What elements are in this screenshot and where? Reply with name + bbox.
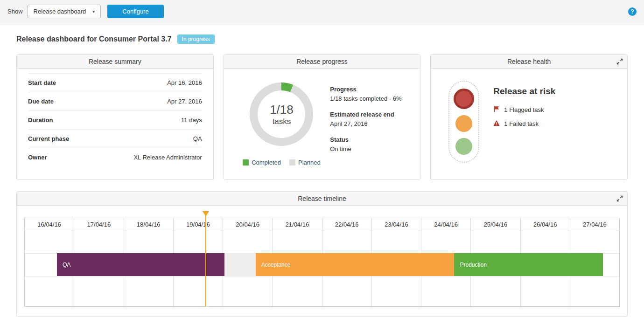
progress-heading: Progress — [330, 85, 411, 94]
show-label: Show — [7, 8, 23, 15]
summary-row-owner: Owner XL Release Administrator — [28, 148, 202, 166]
view-selector-value: Release dashboard — [34, 8, 86, 15]
page-title-row: Release dashboard for Consumer Portal 3.… — [16, 34, 628, 44]
donut-legend: Completed Planned — [243, 159, 321, 166]
timeline-grid: 16/04/1617/04/1618/04/1619/04/1620/04/16… — [24, 218, 620, 307]
timeline-date-cell: 17/04/16 — [74, 218, 124, 231]
timeline-phase-bar-production[interactable]: Production — [454, 253, 603, 276]
summary-value: QA — [193, 135, 202, 142]
timeline-bars: QAAcceptanceProduction — [25, 253, 619, 276]
release-health-card: Release health Release at risk — [430, 54, 628, 180]
estimate-heading: Estimated release end — [330, 110, 411, 119]
summary-label: Owner — [28, 154, 47, 161]
progress-text-column: Progress 1/18 tasks completed - 6% Estim… — [330, 77, 411, 175]
summary-value: 11 days — [181, 117, 202, 124]
timeline-marker-pin-icon — [203, 211, 209, 216]
traffic-light-green — [455, 138, 472, 155]
summary-label: Duration — [28, 117, 53, 124]
progress-section-status: Status On time — [330, 136, 411, 153]
traffic-light — [448, 81, 479, 163]
summary-label: Start date — [28, 79, 56, 86]
summary-row-start-date: Start date Apr 16, 2016 — [28, 73, 202, 92]
summary-value: Apr 27, 2016 — [167, 98, 202, 105]
timeline-phase-label: Production — [454, 262, 486, 268]
summary-row-duration: Duration 11 days — [28, 110, 202, 129]
timeline-date-cell: 23/04/16 — [372, 218, 421, 231]
legend-label-completed: Completed — [252, 159, 281, 166]
cards-row: Release summary Start date Apr 16, 2016 … — [16, 54, 628, 180]
timeline-date-cell: 25/04/16 — [471, 218, 520, 231]
top-toolbar: Show Release dashboard ▾ Configure ? — [0, 0, 644, 23]
expand-icon[interactable] — [616, 58, 623, 65]
release-timeline-title: Release timeline — [298, 195, 346, 202]
timeline-phase-label: Acceptance — [256, 262, 291, 268]
summary-value: Apr 16, 2016 — [167, 79, 202, 86]
summary-label: Due date — [28, 98, 54, 105]
status-text: On time — [330, 145, 411, 153]
status-badge: In progress — [177, 34, 215, 44]
timeline-date-cell: 21/04/16 — [273, 218, 322, 231]
progress-section-estimate: Estimated release end April 27, 2016 — [330, 110, 411, 128]
timeline-phase-gap[interactable] — [224, 253, 256, 276]
timeline-phase-label: QA — [57, 262, 70, 268]
warning-icon — [493, 120, 500, 128]
donut-column: 1/18 tasks Completed Planned — [233, 77, 330, 175]
summary-value: XL Release Administrator — [133, 154, 202, 161]
release-timeline-card: Release timeline 16/04/1617/04/1618/04/1… — [16, 191, 628, 317]
release-health-title: Release health — [507, 58, 551, 65]
release-summary-body: Start date Apr 16, 2016 Due date Apr 27,… — [17, 69, 213, 179]
view-selector-dropdown[interactable]: Release dashboard ▾ — [28, 5, 101, 18]
estimate-text: April 27, 2016 — [330, 120, 411, 128]
legend-item-planned: Planned — [289, 159, 321, 166]
release-progress-body: 1/18 tasks Completed Planned — [224, 69, 420, 179]
failed-task-label: 1 Failed task — [504, 120, 539, 127]
flagged-task-label: 1 Flagged task — [504, 106, 544, 113]
timeline-date-cell: 16/04/16 — [25, 218, 74, 231]
legend-item-completed: Completed — [243, 159, 281, 166]
summary-row-due-date: Due date Apr 27, 2016 — [28, 92, 202, 110]
release-summary-card: Release summary Start date Apr 16, 2016 … — [16, 54, 214, 180]
legend-swatch-completed — [243, 159, 249, 166]
traffic-light-red — [454, 89, 474, 109]
release-health-header: Release health — [431, 55, 627, 69]
timeline-phase-bar-acceptance[interactable]: Acceptance — [256, 253, 455, 276]
summary-label: Current phase — [28, 135, 69, 142]
release-summary-header: Release summary — [17, 55, 213, 69]
release-timeline-body: 16/04/1617/04/1618/04/1619/04/1620/04/16… — [17, 206, 627, 317]
chevron-down-icon: ▾ — [92, 9, 95, 14]
status-heading: Status — [330, 136, 411, 144]
donut-unit: tasks — [273, 117, 291, 126]
help-icon[interactable]: ? — [628, 7, 637, 16]
donut-value: 1/18 — [270, 103, 294, 117]
health-headline: Release at risk — [493, 86, 555, 97]
traffic-light-amber — [455, 115, 472, 132]
timeline-current-time-marker — [205, 212, 206, 306]
expand-icon[interactable] — [616, 195, 623, 202]
timeline-date-cell: 26/04/16 — [521, 218, 570, 231]
legend-label-planned: Planned — [298, 159, 321, 166]
timeline-date-cell: 24/04/16 — [421, 218, 471, 231]
legend-swatch-planned — [289, 159, 295, 166]
timeline-date-cell: 18/04/16 — [124, 218, 174, 231]
configure-button[interactable]: Configure — [107, 5, 163, 18]
donut-center: 1/18 tasks — [258, 90, 305, 138]
timeline-date-cell: 19/04/16 — [174, 218, 223, 231]
release-progress-donut: 1/18 tasks — [250, 83, 313, 146]
timeline-date-row: 16/04/1617/04/1618/04/1619/04/1620/04/16… — [25, 218, 619, 231]
release-timeline-header: Release timeline — [17, 192, 627, 206]
health-text-column: Release at risk 1 Flagged task 1 Failed … — [493, 81, 555, 134]
release-progress-title: Release progress — [296, 58, 348, 65]
timeline-phase-bar-qa[interactable]: QA — [57, 253, 224, 276]
release-progress-header: Release progress — [224, 55, 420, 69]
failed-task-item[interactable]: 1 Failed task — [493, 120, 555, 128]
release-health-body: Release at risk 1 Flagged task 1 Failed … — [431, 69, 627, 179]
flag-icon — [493, 106, 500, 114]
timeline-gridline — [25, 276, 619, 276]
release-progress-card: Release progress 1/18 tasks Completed — [224, 54, 421, 180]
flagged-task-item[interactable]: 1 Flagged task — [493, 106, 555, 114]
progress-section-progress: Progress 1/18 tasks completed - 6% — [330, 85, 411, 103]
progress-text: 1/18 tasks completed - 6% — [330, 95, 411, 103]
summary-row-current-phase: Current phase QA — [28, 129, 202, 148]
timeline-date-cell: 20/04/16 — [223, 218, 273, 231]
timeline-date-cell: 22/04/16 — [322, 218, 372, 231]
